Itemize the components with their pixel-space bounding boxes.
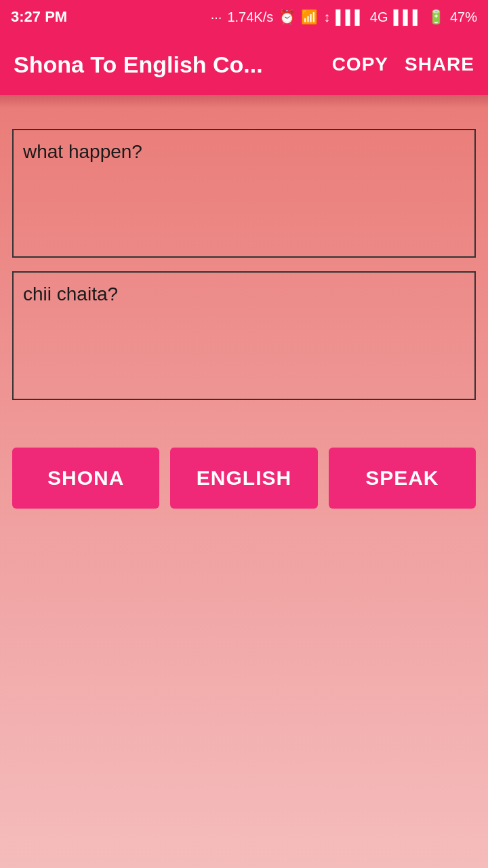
main-content: what happen? chii chaita? — [0, 108, 488, 427]
shona-output[interactable]: chii chaita? — [12, 271, 476, 400]
toolbar-shadow — [0, 95, 488, 108]
status-battery: 47% — [450, 9, 477, 25]
status-bar: 3:27 PM ··· 1.74K/s ⏰ 📶 ↕ ▌▌▌ 4G ▌▌▌ 🔋 4… — [0, 0, 488, 34]
english-input[interactable]: what happen? — [12, 129, 476, 258]
app-title: Shona To English Co... — [14, 52, 263, 78]
status-4g: 4G — [370, 9, 388, 25]
status-bars2: ▌▌▌ — [393, 9, 422, 25]
app-toolbar: Shona To English Co... COPY SHARE — [0, 34, 488, 95]
english-button[interactable]: ENGLISH — [170, 448, 317, 509]
speak-button[interactable]: SPEAK — [329, 448, 476, 509]
status-battery-icon: 🔋 — [428, 9, 445, 25]
input-container: what happen? — [12, 129, 476, 258]
status-dots: ··· — [211, 9, 222, 25]
status-network-bars: ▌▌▌ — [336, 9, 365, 25]
status-signal-icon: ↕ — [323, 9, 330, 25]
status-time: 3:27 PM — [11, 8, 67, 26]
share-button[interactable]: SHARE — [405, 54, 474, 75]
output-container: chii chaita? — [12, 271, 476, 400]
status-speed: 1.74K/s — [227, 9, 273, 25]
status-right: ··· 1.74K/s ⏰ 📶 ↕ ▌▌▌ 4G ▌▌▌ 🔋 47% — [211, 9, 477, 25]
status-alarm-icon: ⏰ — [279, 9, 296, 25]
toolbar-actions: COPY SHARE — [332, 54, 474, 75]
status-wifi-icon: 📶 — [301, 9, 318, 25]
shona-button[interactable]: SHONA — [12, 448, 159, 509]
copy-button[interactable]: COPY — [332, 54, 388, 75]
action-buttons-row: SHONA ENGLISH SPEAK — [0, 448, 488, 509]
